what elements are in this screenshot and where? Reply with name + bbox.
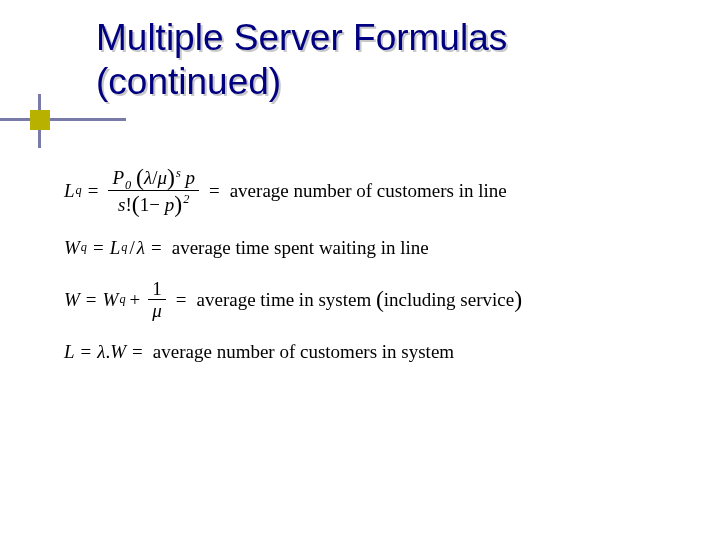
w-desc: average time in system (including servic… bbox=[197, 287, 523, 311]
l-lhs-var: L bbox=[64, 342, 75, 361]
lq-desc: average number of customers in line bbox=[230, 181, 507, 200]
lq-eq2: = bbox=[209, 181, 220, 200]
l-eq1: = bbox=[81, 342, 92, 361]
lq-den-p: p bbox=[165, 194, 175, 215]
lq-den-1: 1 bbox=[140, 194, 150, 215]
lq-den-paren-r: ) bbox=[174, 191, 182, 217]
lq-num-exp: s bbox=[176, 166, 181, 180]
w-desc-paren-r: ) bbox=[514, 286, 522, 312]
lq-paren-r: ) bbox=[167, 164, 175, 190]
l-desc: average number of customers in system bbox=[153, 342, 454, 361]
lq-num-P-sub: 0 bbox=[125, 178, 131, 192]
w-eq2: = bbox=[176, 290, 187, 309]
lq-eq1: = bbox=[88, 181, 99, 200]
lq-den-fact: ! bbox=[126, 194, 132, 215]
w-desc-par: including service bbox=[384, 289, 514, 310]
lq-den-exp: 2 bbox=[183, 192, 189, 206]
formula-w: W = Wq + 1 μ = average time in system (i… bbox=[64, 279, 684, 320]
w-frac-den: μ bbox=[152, 300, 162, 321]
title-line2: (continued) bbox=[96, 61, 281, 102]
lq-den-s: s bbox=[118, 194, 125, 215]
l-rhs-lam: λ bbox=[97, 342, 105, 361]
w-frac-num: 1 bbox=[148, 279, 166, 299]
accent-square-icon bbox=[30, 110, 50, 130]
title-line1: Multiple Server Formulas bbox=[96, 17, 507, 58]
w-eq1: = bbox=[86, 290, 97, 309]
lq-num-p: p bbox=[185, 167, 195, 188]
l-eq2: = bbox=[132, 342, 143, 361]
wq-lhs-var: W bbox=[64, 238, 80, 257]
lq-den-minus: − bbox=[149, 194, 160, 215]
slide-title: Multiple Server Formulas (continued) Mul… bbox=[96, 16, 656, 105]
wq-eq1: = bbox=[93, 238, 104, 257]
formula-l: L = λ.W = average number of customers in… bbox=[64, 342, 684, 361]
formula-wq: Wq = Lq / λ = average time spent waiting… bbox=[64, 238, 684, 257]
w-rhs-plus: + bbox=[130, 290, 141, 309]
wq-rhs-slash: / bbox=[129, 238, 134, 257]
slide: Multiple Server Formulas (continued) Mul… bbox=[0, 0, 720, 540]
l-rhs-W: W bbox=[110, 342, 126, 361]
wq-eq2: = bbox=[151, 238, 162, 257]
lq-num-lam: λ bbox=[144, 167, 152, 188]
w-lhs-var: W bbox=[64, 290, 80, 309]
w-desc-pre: average time in system bbox=[197, 289, 376, 310]
lq-paren-l: ( bbox=[136, 164, 144, 190]
wq-rhs-L: L bbox=[110, 238, 121, 257]
lq-den-paren-l: ( bbox=[132, 191, 140, 217]
w-rhs-W: W bbox=[103, 290, 119, 309]
w-fraction: 1 μ bbox=[148, 279, 166, 320]
wq-desc: average time spent waiting in line bbox=[172, 238, 429, 257]
formula-lq: Lq = P0 (λ/μ)s p s!(1− p)2 = average num… bbox=[64, 165, 684, 216]
wq-rhs-lam: λ bbox=[137, 238, 145, 257]
lq-num-P: P bbox=[112, 167, 124, 188]
formula-block: Lq = P0 (λ/μ)s p s!(1− p)2 = average num… bbox=[64, 165, 684, 383]
lq-fraction: P0 (λ/μ)s p s!(1− p)2 bbox=[108, 165, 199, 216]
lq-num-mu: μ bbox=[157, 167, 167, 188]
lq-lhs-var: L bbox=[64, 181, 75, 200]
accent-rule-horizontal bbox=[0, 118, 126, 121]
w-desc-paren-l: ( bbox=[376, 286, 384, 312]
